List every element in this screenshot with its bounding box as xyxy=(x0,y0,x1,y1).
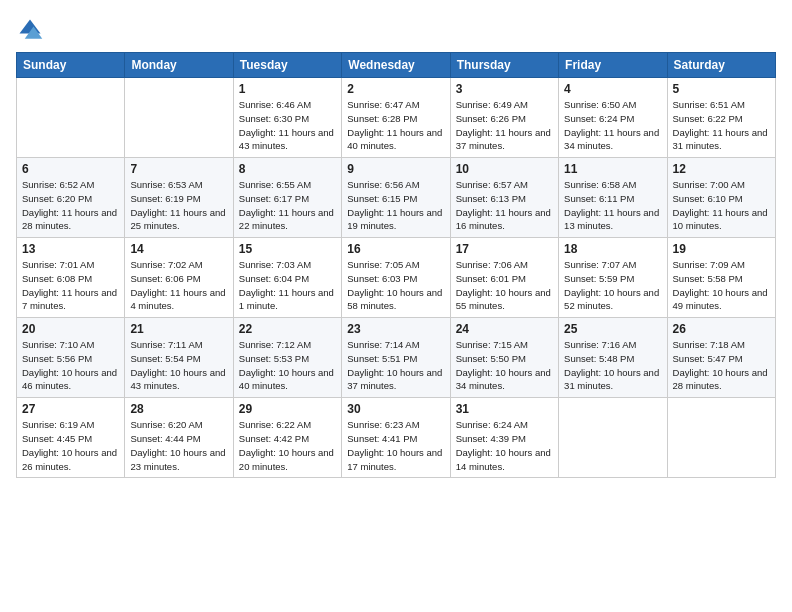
day-number: 30 xyxy=(347,402,444,416)
dow-header-thursday: Thursday xyxy=(450,53,558,78)
day-info: Sunrise: 6:56 AM Sunset: 6:15 PM Dayligh… xyxy=(347,178,444,233)
calendar-cell: 21Sunrise: 7:11 AM Sunset: 5:54 PM Dayli… xyxy=(125,318,233,398)
day-info: Sunrise: 6:52 AM Sunset: 6:20 PM Dayligh… xyxy=(22,178,119,233)
day-number: 11 xyxy=(564,162,661,176)
day-info: Sunrise: 7:15 AM Sunset: 5:50 PM Dayligh… xyxy=(456,338,553,393)
day-info: Sunrise: 6:53 AM Sunset: 6:19 PM Dayligh… xyxy=(130,178,227,233)
page-header xyxy=(16,16,776,44)
calendar-body: 1Sunrise: 6:46 AM Sunset: 6:30 PM Daylig… xyxy=(17,78,776,478)
day-number: 18 xyxy=(564,242,661,256)
calendar-week-2: 6Sunrise: 6:52 AM Sunset: 6:20 PM Daylig… xyxy=(17,158,776,238)
logo xyxy=(16,16,48,44)
day-number: 8 xyxy=(239,162,336,176)
day-info: Sunrise: 7:16 AM Sunset: 5:48 PM Dayligh… xyxy=(564,338,661,393)
day-info: Sunrise: 6:20 AM Sunset: 4:44 PM Dayligh… xyxy=(130,418,227,473)
day-number: 29 xyxy=(239,402,336,416)
day-info: Sunrise: 7:11 AM Sunset: 5:54 PM Dayligh… xyxy=(130,338,227,393)
day-info: Sunrise: 7:06 AM Sunset: 6:01 PM Dayligh… xyxy=(456,258,553,313)
day-info: Sunrise: 6:47 AM Sunset: 6:28 PM Dayligh… xyxy=(347,98,444,153)
dow-header-wednesday: Wednesday xyxy=(342,53,450,78)
day-number: 3 xyxy=(456,82,553,96)
calendar-table: SundayMondayTuesdayWednesdayThursdayFrid… xyxy=(16,52,776,478)
day-info: Sunrise: 7:07 AM Sunset: 5:59 PM Dayligh… xyxy=(564,258,661,313)
day-number: 1 xyxy=(239,82,336,96)
day-info: Sunrise: 6:23 AM Sunset: 4:41 PM Dayligh… xyxy=(347,418,444,473)
calendar-week-1: 1Sunrise: 6:46 AM Sunset: 6:30 PM Daylig… xyxy=(17,78,776,158)
day-info: Sunrise: 6:46 AM Sunset: 6:30 PM Dayligh… xyxy=(239,98,336,153)
day-info: Sunrise: 7:00 AM Sunset: 6:10 PM Dayligh… xyxy=(673,178,770,233)
calendar-cell: 3Sunrise: 6:49 AM Sunset: 6:26 PM Daylig… xyxy=(450,78,558,158)
day-number: 2 xyxy=(347,82,444,96)
dow-header-monday: Monday xyxy=(125,53,233,78)
calendar-cell: 22Sunrise: 7:12 AM Sunset: 5:53 PM Dayli… xyxy=(233,318,341,398)
day-info: Sunrise: 6:19 AM Sunset: 4:45 PM Dayligh… xyxy=(22,418,119,473)
calendar-cell: 16Sunrise: 7:05 AM Sunset: 6:03 PM Dayli… xyxy=(342,238,450,318)
day-info: Sunrise: 6:50 AM Sunset: 6:24 PM Dayligh… xyxy=(564,98,661,153)
days-of-week-row: SundayMondayTuesdayWednesdayThursdayFrid… xyxy=(17,53,776,78)
calendar-cell: 20Sunrise: 7:10 AM Sunset: 5:56 PM Dayli… xyxy=(17,318,125,398)
day-info: Sunrise: 6:58 AM Sunset: 6:11 PM Dayligh… xyxy=(564,178,661,233)
day-number: 20 xyxy=(22,322,119,336)
day-number: 13 xyxy=(22,242,119,256)
calendar-cell: 10Sunrise: 6:57 AM Sunset: 6:13 PM Dayli… xyxy=(450,158,558,238)
day-number: 28 xyxy=(130,402,227,416)
dow-header-friday: Friday xyxy=(559,53,667,78)
calendar-cell: 9Sunrise: 6:56 AM Sunset: 6:15 PM Daylig… xyxy=(342,158,450,238)
day-number: 4 xyxy=(564,82,661,96)
calendar-cell: 1Sunrise: 6:46 AM Sunset: 6:30 PM Daylig… xyxy=(233,78,341,158)
calendar-week-5: 27Sunrise: 6:19 AM Sunset: 4:45 PM Dayli… xyxy=(17,398,776,478)
day-info: Sunrise: 6:24 AM Sunset: 4:39 PM Dayligh… xyxy=(456,418,553,473)
calendar-cell: 2Sunrise: 6:47 AM Sunset: 6:28 PM Daylig… xyxy=(342,78,450,158)
day-info: Sunrise: 6:57 AM Sunset: 6:13 PM Dayligh… xyxy=(456,178,553,233)
calendar-cell: 7Sunrise: 6:53 AM Sunset: 6:19 PM Daylig… xyxy=(125,158,233,238)
day-number: 31 xyxy=(456,402,553,416)
logo-icon xyxy=(16,16,44,44)
day-number: 12 xyxy=(673,162,770,176)
day-number: 25 xyxy=(564,322,661,336)
day-info: Sunrise: 6:55 AM Sunset: 6:17 PM Dayligh… xyxy=(239,178,336,233)
calendar-cell xyxy=(667,398,775,478)
calendar-cell: 5Sunrise: 6:51 AM Sunset: 6:22 PM Daylig… xyxy=(667,78,775,158)
day-number: 26 xyxy=(673,322,770,336)
calendar-week-4: 20Sunrise: 7:10 AM Sunset: 5:56 PM Dayli… xyxy=(17,318,776,398)
calendar-cell: 18Sunrise: 7:07 AM Sunset: 5:59 PM Dayli… xyxy=(559,238,667,318)
calendar-cell: 8Sunrise: 6:55 AM Sunset: 6:17 PM Daylig… xyxy=(233,158,341,238)
day-info: Sunrise: 7:03 AM Sunset: 6:04 PM Dayligh… xyxy=(239,258,336,313)
day-number: 7 xyxy=(130,162,227,176)
day-info: Sunrise: 7:12 AM Sunset: 5:53 PM Dayligh… xyxy=(239,338,336,393)
calendar-cell: 29Sunrise: 6:22 AM Sunset: 4:42 PM Dayli… xyxy=(233,398,341,478)
calendar-cell: 25Sunrise: 7:16 AM Sunset: 5:48 PM Dayli… xyxy=(559,318,667,398)
calendar-cell: 17Sunrise: 7:06 AM Sunset: 6:01 PM Dayli… xyxy=(450,238,558,318)
calendar-cell: 26Sunrise: 7:18 AM Sunset: 5:47 PM Dayli… xyxy=(667,318,775,398)
calendar-cell: 12Sunrise: 7:00 AM Sunset: 6:10 PM Dayli… xyxy=(667,158,775,238)
day-info: Sunrise: 7:01 AM Sunset: 6:08 PM Dayligh… xyxy=(22,258,119,313)
calendar-cell: 23Sunrise: 7:14 AM Sunset: 5:51 PM Dayli… xyxy=(342,318,450,398)
calendar-cell: 4Sunrise: 6:50 AM Sunset: 6:24 PM Daylig… xyxy=(559,78,667,158)
calendar-cell xyxy=(125,78,233,158)
day-number: 17 xyxy=(456,242,553,256)
day-number: 9 xyxy=(347,162,444,176)
calendar-cell: 28Sunrise: 6:20 AM Sunset: 4:44 PM Dayli… xyxy=(125,398,233,478)
day-number: 27 xyxy=(22,402,119,416)
calendar-cell: 14Sunrise: 7:02 AM Sunset: 6:06 PM Dayli… xyxy=(125,238,233,318)
calendar-cell: 6Sunrise: 6:52 AM Sunset: 6:20 PM Daylig… xyxy=(17,158,125,238)
calendar-cell: 30Sunrise: 6:23 AM Sunset: 4:41 PM Dayli… xyxy=(342,398,450,478)
calendar-cell: 15Sunrise: 7:03 AM Sunset: 6:04 PM Dayli… xyxy=(233,238,341,318)
day-number: 5 xyxy=(673,82,770,96)
day-number: 10 xyxy=(456,162,553,176)
day-info: Sunrise: 7:02 AM Sunset: 6:06 PM Dayligh… xyxy=(130,258,227,313)
day-info: Sunrise: 7:18 AM Sunset: 5:47 PM Dayligh… xyxy=(673,338,770,393)
day-number: 15 xyxy=(239,242,336,256)
day-info: Sunrise: 6:51 AM Sunset: 6:22 PM Dayligh… xyxy=(673,98,770,153)
calendar-week-3: 13Sunrise: 7:01 AM Sunset: 6:08 PM Dayli… xyxy=(17,238,776,318)
calendar-cell: 13Sunrise: 7:01 AM Sunset: 6:08 PM Dayli… xyxy=(17,238,125,318)
day-info: Sunrise: 7:05 AM Sunset: 6:03 PM Dayligh… xyxy=(347,258,444,313)
day-info: Sunrise: 7:09 AM Sunset: 5:58 PM Dayligh… xyxy=(673,258,770,313)
day-info: Sunrise: 7:14 AM Sunset: 5:51 PM Dayligh… xyxy=(347,338,444,393)
day-number: 14 xyxy=(130,242,227,256)
dow-header-sunday: Sunday xyxy=(17,53,125,78)
day-number: 24 xyxy=(456,322,553,336)
day-number: 6 xyxy=(22,162,119,176)
calendar-cell: 11Sunrise: 6:58 AM Sunset: 6:11 PM Dayli… xyxy=(559,158,667,238)
day-info: Sunrise: 6:22 AM Sunset: 4:42 PM Dayligh… xyxy=(239,418,336,473)
